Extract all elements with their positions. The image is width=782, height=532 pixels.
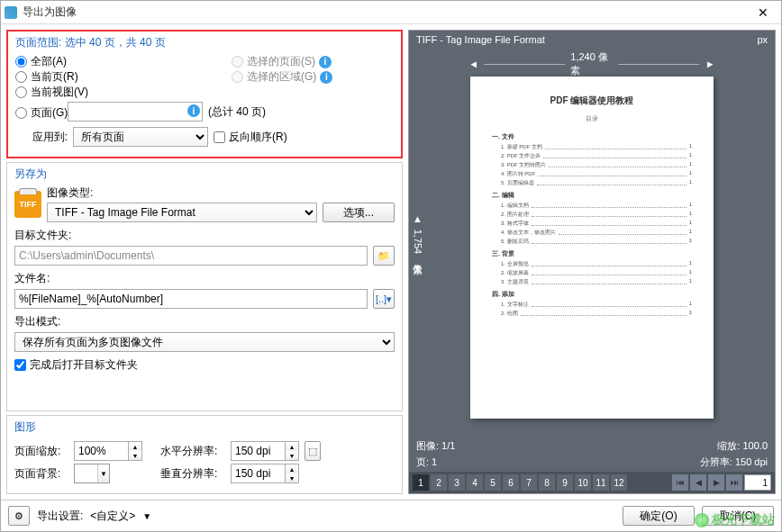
page-info: 页: 1 [416, 455, 437, 469]
image-info: 图像: 1/1 [416, 439, 455, 453]
pager-page[interactable]: 12 [611, 474, 627, 491]
preview-page: PDF 编辑器使用教程 目录 一. 文件1. 新建 PDF 文档12. PDF … [470, 77, 714, 419]
dialog-footer: ⚙ 导出设置: <自定义> ▼ 确定(O) 取消(C) [1, 500, 781, 531]
graphics-group: 图形 页面缩放: ▲▼ 页面背景: ▼ 水平分 [6, 415, 403, 494]
export-settings-label: 导出设置: [37, 509, 83, 524]
dpi-info: 分辨率: 150 dpi [700, 455, 768, 469]
filename-input[interactable] [14, 289, 368, 309]
filename-macro-button[interactable]: [..]▾ [373, 289, 395, 309]
pager-page[interactable]: 10 [575, 474, 591, 491]
tiff-icon: TIFF [14, 191, 41, 218]
pager-page[interactable]: 11 [593, 474, 609, 491]
radio-current-page[interactable]: 当前页(R) [15, 69, 177, 85]
page-range-title: 页面范围: 选中 40 页，共 40 页 [15, 35, 394, 50]
hres-spinbox[interactable]: ▲▼ [231, 441, 299, 461]
radio-selected-area[interactable]: 选择的区域(G)i [232, 69, 332, 85]
pager: 123456789101112 ⏮ ◀ ▶ ⏭ [409, 472, 775, 493]
open-after-checkbox[interactable]: 完成后打开目标文件夹 [14, 357, 395, 373]
preview-format: TIFF - Tag Image File Format [416, 34, 545, 45]
hres-label: 水平分辨率: [160, 444, 225, 459]
pager-prev[interactable]: ◀ [690, 474, 706, 491]
radio-current-view[interactable]: 当前视图(V) [15, 85, 177, 100]
width-ruler: ◄1,240 像素► [468, 50, 714, 77]
radio-pages[interactable]: 页面(G) [15, 105, 68, 121]
pager-next[interactable]: ▶ [708, 474, 724, 491]
pager-page[interactable]: 4 [467, 474, 483, 491]
pages-input[interactable] [68, 102, 203, 122]
pager-page[interactable]: 9 [557, 474, 573, 491]
radio-all[interactable]: 全部(A) [15, 54, 177, 69]
window-title: 导出为图像 [23, 5, 749, 20]
options-button[interactable]: 选项... [323, 203, 395, 222]
pager-input[interactable] [744, 474, 771, 491]
zoom-label: 页面缩放: [14, 444, 68, 459]
info-icon[interactable]: i [187, 104, 200, 117]
reverse-order-checkbox[interactable]: 反向顺序(R) [214, 130, 287, 145]
height-ruler: ▲1,754 像素▼ [411, 212, 424, 273]
preview-unit: px [757, 34, 768, 45]
browse-folder-button[interactable]: 📁 [373, 246, 395, 266]
ok-button[interactable]: 确定(O) [623, 506, 695, 526]
export-mode-label: 导出模式: [14, 314, 395, 329]
zoom-info: 缩放: 100.0 [717, 439, 768, 453]
pager-page[interactable]: 8 [539, 474, 555, 491]
vres-spinbox[interactable]: ▲▼ [231, 464, 299, 483]
pager-page[interactable]: 3 [449, 474, 465, 491]
pager-first[interactable]: ⏮ [672, 474, 688, 491]
pager-page[interactable]: 5 [485, 474, 501, 491]
page-range-group: 页面范围: 选中 40 页，共 40 页 全部(A) 当前页(R) 当前视图(V… [6, 30, 403, 158]
save-as-group: 另存为 TIFF 图像类型: TIFF - Tag Image File For… [6, 162, 403, 411]
image-type-select[interactable]: TIFF - Tag Image File Format [47, 203, 317, 222]
pager-last[interactable]: ⏭ [726, 474, 742, 491]
export-image-dialog: 导出为图像 ✕ 页面范围: 选中 40 页，共 40 页 全部(A) 当前页(R… [0, 0, 782, 532]
pager-page[interactable]: 2 [431, 474, 447, 491]
apply-to-label: 应用到: [15, 130, 68, 145]
close-button[interactable]: ✕ [749, 5, 777, 20]
info-icon[interactable]: i [319, 56, 332, 68]
pager-page[interactable]: 7 [521, 474, 537, 491]
export-settings-icon[interactable]: ⚙ [8, 506, 30, 526]
vres-label: 垂直分辨率: [160, 466, 225, 482]
radio-selected-pages[interactable]: 选择的页面(S)i [232, 54, 332, 69]
export-mode-select[interactable]: 保存所有页面为多页图像文件 [14, 332, 395, 352]
pager-page[interactable]: 1 [413, 474, 429, 491]
graphics-title: 图形 [14, 419, 395, 435]
dest-folder-label: 目标文件夹: [14, 228, 395, 243]
cancel-button[interactable]: 取消(C) [702, 506, 774, 526]
app-icon [5, 6, 17, 19]
save-as-title: 另存为 [14, 167, 395, 182]
info-icon[interactable]: i [320, 71, 332, 84]
pager-page[interactable]: 6 [503, 474, 519, 491]
bg-label: 页面背景: [14, 466, 68, 482]
image-type-label: 图像类型: [47, 185, 395, 201]
bg-color-picker[interactable]: ▼ [74, 464, 110, 483]
export-settings-value: <自定义> [90, 509, 135, 524]
pages-total: (总计 40 页) [208, 104, 266, 120]
filename-label: 文件名: [14, 271, 395, 286]
zoom-spinbox[interactable]: ▲▼ [74, 441, 142, 461]
link-resolution-button[interactable]: ⬚ [305, 441, 321, 461]
preview-panel: TIFF - Tag Image File Format px ◄1,240 像… [408, 30, 776, 494]
apply-to-select[interactable]: 所有页面 [73, 127, 208, 147]
titlebar: 导出为图像 ✕ [1, 1, 781, 24]
dest-folder-input[interactable] [14, 246, 368, 266]
